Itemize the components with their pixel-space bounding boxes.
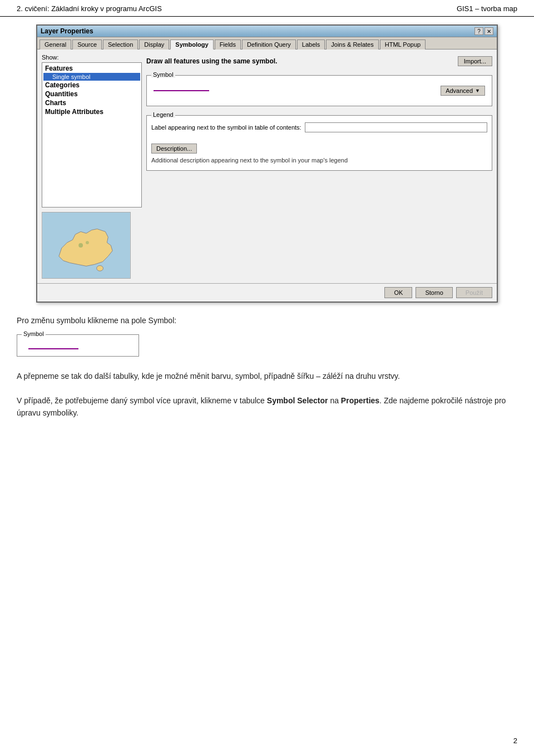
- tab-definition-query[interactable]: Definition Query: [242, 39, 296, 50]
- show-item-charts[interactable]: Charts: [43, 98, 140, 107]
- cancel-button[interactable]: Storno: [416, 287, 452, 298]
- main-content: Layer Properties ? ✕ General Source Sele…: [0, 17, 534, 431]
- draw-all-text: Draw all features using the same symbol.: [146, 57, 277, 65]
- header-left: 2. cvičení: Základní kroky v programu Ar…: [17, 4, 162, 13]
- body-text-section-1: Pro změnu symbolu klikneme na pole Symbo…: [17, 315, 517, 327]
- legend-input[interactable]: [305, 122, 487, 132]
- body-text-section-2: A přepneme se tak do další tabulky, kde …: [17, 370, 517, 382]
- svg-point-3: [78, 243, 83, 248]
- paragraph1: Pro změnu symbolu klikneme na pole Symbo…: [17, 315, 517, 327]
- body-text-section-3: V případě, že potřebujeme daný symbol ví…: [17, 394, 517, 419]
- show-item-multiple-attributes[interactable]: Multiple Attributes: [43, 107, 140, 116]
- dialog-title: Layer Properties: [41, 27, 93, 35]
- symbol-group-label: Symbol: [151, 71, 175, 78]
- show-item-categories[interactable]: Categories: [43, 81, 140, 90]
- additional-desc-text: Additional description appearing next to…: [151, 157, 487, 164]
- symbol-example-line: [28, 348, 78, 349]
- import-button[interactable]: Import...: [458, 56, 492, 66]
- symbol-selector-bold: Symbol Selector: [267, 396, 328, 405]
- left-panel: Show: Features Single symbol Categories …: [42, 54, 142, 279]
- symbol-example-wrapper: Symbol: [17, 334, 517, 358]
- page-number: 2: [513, 737, 517, 745]
- tab-joins-relates[interactable]: Joins & Relates: [326, 39, 378, 50]
- tab-source[interactable]: Source: [72, 39, 102, 50]
- tab-labels[interactable]: Labels: [297, 39, 325, 50]
- symbol-example-label: Symbol: [22, 330, 46, 337]
- legend-label-row: Label appearing next to the symbol in ta…: [151, 122, 487, 132]
- page-header: 2. cvičení: Základní kroky v programu Ar…: [0, 0, 534, 17]
- right-panel: Draw all features using the same symbol.…: [146, 54, 492, 279]
- advanced-arrow-icon: ▼: [475, 88, 480, 93]
- tab-html-popup[interactable]: HTML Popup: [380, 39, 426, 50]
- show-label: Show:: [42, 54, 142, 61]
- dialog-titlebar: Layer Properties ? ✕: [37, 26, 497, 37]
- symbol-example-box: Symbol: [17, 334, 139, 357]
- tab-general[interactable]: General: [39, 39, 71, 50]
- dialog-footer: OK Storno Použít: [37, 283, 497, 302]
- layer-properties-dialog: Layer Properties ? ✕ General Source Sele…: [36, 24, 498, 303]
- properties-bold: Properties: [341, 396, 379, 405]
- symbol-line-preview[interactable]: [154, 90, 209, 91]
- symbol-inner: Advanced ▼: [151, 80, 487, 101]
- svg-point-4: [86, 241, 89, 244]
- apply-button[interactable]: Použít: [456, 287, 492, 298]
- show-item-features[interactable]: Features: [43, 64, 140, 73]
- tab-selection[interactable]: Selection: [103, 39, 138, 50]
- tab-fields[interactable]: Fields: [215, 39, 241, 50]
- show-list: Features Single symbol Categories Quanti…: [42, 62, 142, 207]
- ok-button[interactable]: OK: [384, 287, 412, 298]
- paragraph2: A přepneme se tak do další tabulky, kde …: [17, 370, 517, 382]
- dialog-controls: ? ✕: [474, 27, 493, 35]
- legend-group-box: Legend Label appearing next to the symbo…: [146, 115, 492, 171]
- tab-symbology[interactable]: Symbology: [170, 39, 213, 50]
- close-button[interactable]: ✕: [484, 27, 493, 35]
- top-row: Draw all features using the same symbol.…: [146, 54, 492, 68]
- map-thumbnail: [42, 212, 131, 279]
- show-item-quantities[interactable]: Quantities: [43, 90, 140, 98]
- paragraph3: V případě, že potřebujeme daný symbol ví…: [17, 394, 517, 419]
- symbol-group-box: Symbol Advanced ▼: [146, 75, 492, 106]
- description-button[interactable]: Description...: [151, 144, 197, 154]
- help-button[interactable]: ?: [474, 27, 483, 35]
- header-right: GIS1 – tvorba map: [457, 4, 517, 13]
- svg-point-2: [97, 265, 103, 271]
- dialog-tabs: General Source Selection Display Symbolo…: [37, 37, 497, 50]
- dialog-body: Show: Features Single symbol Categories …: [37, 50, 497, 283]
- advanced-button[interactable]: Advanced ▼: [441, 86, 485, 96]
- tab-display[interactable]: Display: [139, 39, 169, 50]
- legend-label-text: Label appearing next to the symbol in ta…: [151, 124, 301, 131]
- show-item-single-symbol[interactable]: Single symbol: [43, 73, 140, 81]
- legend-group-label: Legend: [151, 111, 175, 118]
